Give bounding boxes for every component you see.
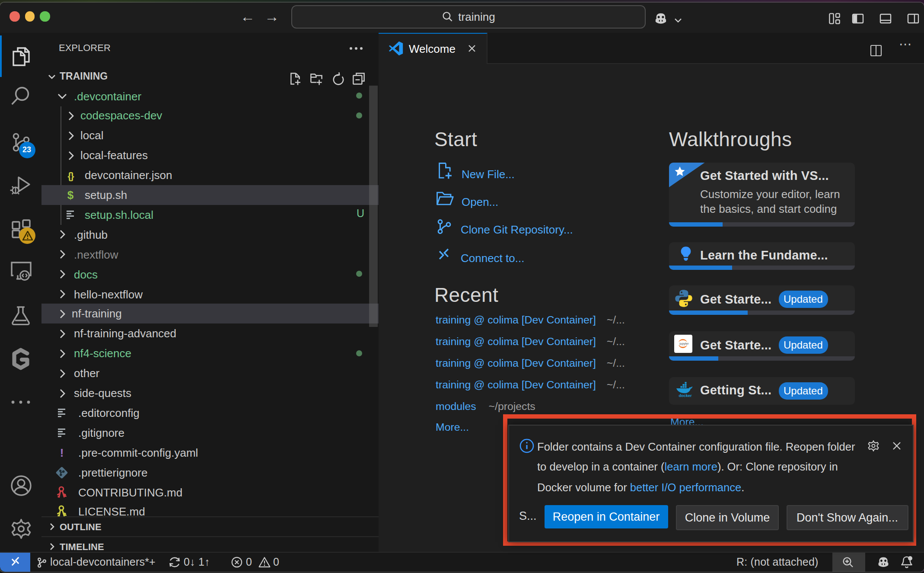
svg-text:docker: docker — [678, 393, 691, 397]
svg-text:jupyter: jupyter — [679, 342, 689, 346]
